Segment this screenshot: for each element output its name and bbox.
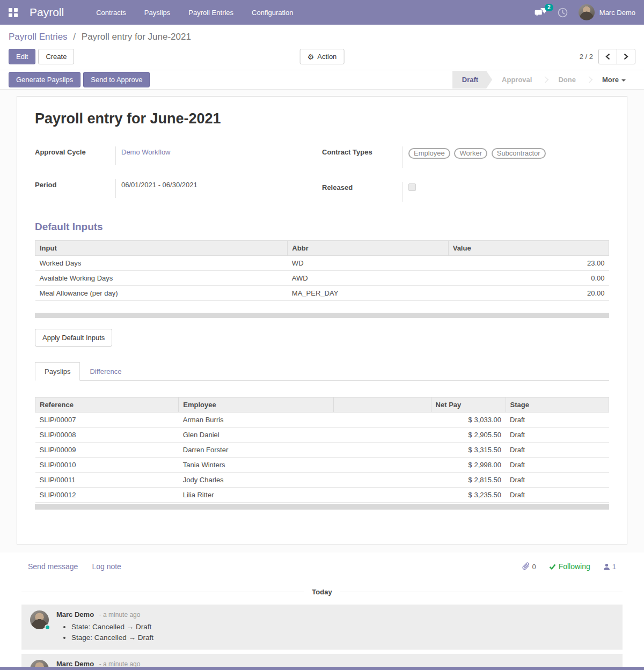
net-pay-cell: $ 3,315.50	[431, 443, 506, 458]
edit-button[interactable]: Edit	[9, 49, 35, 64]
payslip-row[interactable]: SLIP/00007 Arman Burris $ 3,033.00 Draft	[35, 413, 609, 428]
column-header-net-pay[interactable]: Net Pay	[431, 397, 506, 413]
payslips-table: Reference Employee Net Pay Stage SLIP/00…	[35, 397, 609, 503]
record-title: Payroll entry for June-2021	[35, 111, 609, 127]
action-button[interactable]: ⚙ Action	[300, 49, 345, 64]
user-name: Marc Demo	[599, 9, 635, 17]
apps-grid-icon[interactable]	[9, 8, 18, 17]
person-icon	[603, 563, 610, 570]
app-title[interactable]: Payroll	[30, 6, 64, 19]
net-pay-cell: $ 3,033.00	[431, 413, 506, 428]
stage-approval[interactable]: Approval	[492, 71, 541, 89]
menu-payslips[interactable]: Payslips	[144, 9, 170, 17]
generate-payslips-button[interactable]: Generate Payslips	[9, 72, 80, 87]
column-header-stage[interactable]: Stage	[506, 397, 609, 413]
tracking-message: Marc Demo - a minute ago State: Cancelle…	[21, 605, 623, 650]
send-to-approve-button[interactable]: Send to Approve	[83, 72, 150, 87]
column-header-reference[interactable]: Reference	[35, 397, 179, 413]
field-released: Released	[322, 182, 585, 202]
top-navbar: Payroll Contracts Payslips Payroll Entri…	[0, 0, 644, 25]
default-input-row[interactable]: Available Working Days AWD 0.00	[35, 271, 609, 286]
messages-button[interactable]: 2	[534, 8, 547, 18]
default-input-row[interactable]: Worked Days WD 23.00	[35, 256, 609, 271]
payslip-row[interactable]: SLIP/00009 Darren Forster $ 3,315.50 Dra…	[35, 443, 609, 458]
send-message-button[interactable]: Send message	[28, 562, 78, 571]
apply-default-inputs-button[interactable]: Apply Default Inputs	[35, 329, 112, 347]
horizontal-scrollbar[interactable]	[35, 313, 609, 318]
net-pay-cell: $ 2,905.50	[431, 428, 506, 443]
stage-done[interactable]: Done	[548, 71, 586, 89]
form-sheet: Payroll entry for June-2021 Approval Cyc…	[17, 96, 627, 544]
reference-cell: SLIP/00009	[35, 443, 179, 458]
employee-cell: Arman Burris	[179, 413, 334, 428]
period-label: Period	[35, 179, 115, 198]
gear-icon: ⚙	[308, 53, 314, 61]
form-view: Payroll entry for June-2021 Approval Cyc…	[0, 90, 644, 553]
chevron-right-icon	[624, 53, 628, 60]
stage-cell: Draft	[506, 488, 609, 503]
followers-button[interactable]: 1	[603, 563, 616, 571]
reference-cell: SLIP/00008	[35, 428, 179, 443]
log-note-button[interactable]: Log note	[92, 562, 121, 571]
control-panel: Edit Create ⚙ Action 2 / 2	[0, 45, 644, 70]
payslip-row[interactable]: SLIP/00010 Tania Winters $ 2,998.00 Draf…	[35, 458, 609, 473]
employee-cell: Lilia Ritter	[179, 488, 334, 503]
field-approval-cycle: Approval Cycle Demo Workflow	[35, 146, 298, 165]
menu-configuration[interactable]: Configuration	[252, 9, 293, 17]
pager-previous-button[interactable]	[599, 49, 617, 64]
statusbar: Generate Payslips Send to Approve Draft …	[0, 70, 644, 90]
column-header-blank	[333, 397, 431, 413]
column-header-input[interactable]: Input	[35, 241, 288, 256]
create-button[interactable]: Create	[38, 49, 74, 64]
input-cell: Available Working Days	[35, 271, 288, 286]
date-divider-label: Today	[304, 588, 339, 596]
tab-difference[interactable]: Difference	[80, 362, 131, 381]
column-header-value[interactable]: Value	[448, 241, 609, 256]
reference-cell: SLIP/00012	[35, 488, 179, 503]
employee-cell: Jody Charles	[179, 473, 334, 488]
default-input-row[interactable]: Meal Allowance (per day) MA_PER_DAY 20.0…	[35, 286, 609, 301]
approval-cycle-value-link[interactable]: Demo Workflow	[121, 148, 171, 156]
stage-arrow-icon	[542, 76, 549, 83]
stage-draft[interactable]: Draft	[452, 71, 492, 89]
menu-contracts[interactable]: Contracts	[96, 9, 126, 17]
released-label: Released	[322, 182, 402, 202]
attachments-button[interactable]: 0	[522, 562, 536, 571]
payslip-row[interactable]: SLIP/00008 Glen Daniel $ 2,905.50 Draft	[35, 428, 609, 443]
payslip-row[interactable]: SLIP/00012 Lilia Ritter $ 3,235.50 Draft	[35, 488, 609, 503]
tab-payslips[interactable]: Payslips	[35, 362, 80, 381]
message-author[interactable]: Marc Demo	[56, 610, 94, 619]
reference-cell: SLIP/00007	[35, 413, 179, 428]
horizontal-scrollbar[interactable]	[35, 504, 609, 510]
abbr-cell: AWD	[288, 271, 448, 286]
notebook-tabs: Payslips Difference	[35, 362, 609, 381]
employee-cell: Tania Winters	[179, 458, 334, 473]
following-button[interactable]: Following	[549, 562, 590, 571]
stage-more-dropdown[interactable]: More	[592, 71, 635, 89]
employee-cell: Darren Forster	[179, 443, 334, 458]
column-header-abbr[interactable]: Abbr	[288, 241, 448, 256]
breadcrumb-separator: /	[73, 32, 76, 42]
contract-types-label: Contract Types	[322, 146, 402, 168]
abbr-cell: MA_PER_DAY	[288, 286, 448, 301]
column-header-employee[interactable]: Employee	[179, 397, 334, 413]
abbr-cell: WD	[288, 256, 448, 271]
approval-cycle-label: Approval Cycle	[35, 146, 115, 165]
breadcrumb: Payroll Entries / Payroll entry for June…	[9, 32, 635, 42]
caret-down-icon	[621, 79, 626, 84]
user-menu[interactable]: Marc Demo	[579, 4, 635, 20]
paperclip-icon	[522, 562, 530, 571]
contract-type-tag: Employee	[408, 148, 450, 159]
menu-payroll-entries[interactable]: Payroll Entries	[188, 9, 233, 17]
activities-button[interactable]	[558, 8, 568, 18]
value-cell: 20.00	[448, 286, 609, 301]
breadcrumb-current: Payroll entry for June-2021	[82, 32, 191, 42]
payslip-row[interactable]: SLIP/00011 Jody Charles $ 2,815.50 Draft	[35, 473, 609, 488]
stage-cell: Draft	[506, 458, 609, 473]
message-timestamp: - a minute ago	[99, 611, 141, 619]
pager-next-button[interactable]	[617, 49, 635, 64]
breadcrumb-parent-link[interactable]: Payroll Entries	[9, 32, 68, 42]
default-inputs-table: Input Abbr Value Worked Days WD 23.00 Av…	[35, 240, 609, 301]
pager	[598, 49, 635, 64]
following-label: Following	[559, 562, 590, 571]
